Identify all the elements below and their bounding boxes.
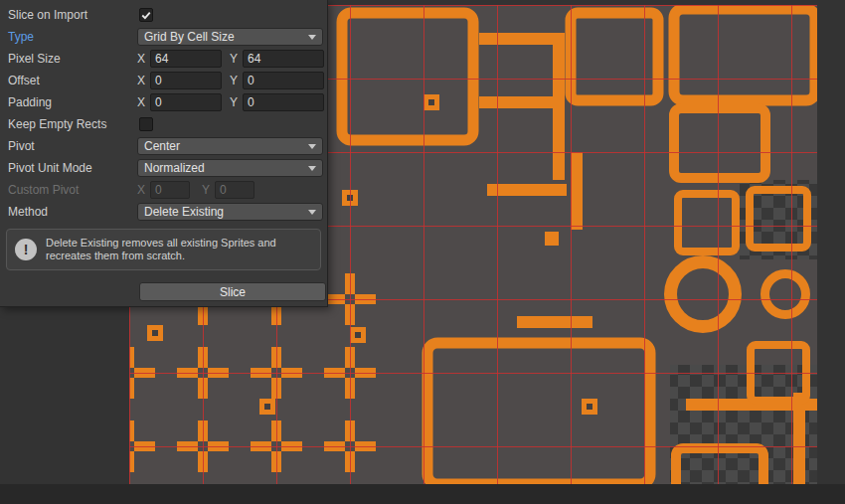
pivot-label: Pivot <box>8 139 137 153</box>
padding-label: Padding <box>8 95 137 109</box>
offset-y-input[interactable] <box>243 72 324 89</box>
pixel-size-x-input[interactable] <box>150 50 222 68</box>
slice-panel: Slice on Import Type Grid By Cell Size P… <box>0 0 328 307</box>
pivot-unit-mode-dropdown-value: Normalized <box>144 161 304 175</box>
pivot-unit-mode-dropdown[interactable]: Normalized <box>137 159 323 177</box>
offset-x-input[interactable] <box>150 72 222 89</box>
method-dropdown[interactable]: Delete Existing <box>137 203 323 221</box>
padding-y-input[interactable] <box>243 93 324 111</box>
pivot-unit-mode-label: Pivot Unit Mode <box>8 161 137 175</box>
help-text-line1: Delete Existing removes all existing Spr… <box>46 237 276 250</box>
padding-y-label: Y <box>230 95 238 109</box>
row-keep-empty-rects: Keep Empty Rects <box>0 113 327 135</box>
slice-on-import-label: Slice on Import <box>8 8 137 22</box>
custom-pivot-x-label: X <box>137 183 145 197</box>
slice-button[interactable]: Slice <box>139 282 326 301</box>
method-help-box: ! Delete Existing removes all existing S… <box>6 229 321 270</box>
row-custom-pivot: Custom Pivot X Y <box>0 179 327 201</box>
editor-bottom-strip <box>0 484 845 504</box>
row-method: Method Delete Existing <box>0 201 327 223</box>
pixel-size-label: Pixel Size <box>8 52 137 66</box>
info-icon: ! <box>15 239 37 260</box>
check-icon <box>141 11 151 20</box>
custom-pivot-y-label: Y <box>202 183 210 197</box>
offset-label: Offset <box>8 74 137 87</box>
method-label: Method <box>8 205 137 219</box>
help-text-line2: recreates them from scratch. <box>46 250 276 262</box>
type-label: Type <box>8 30 137 44</box>
type-dropdown[interactable]: Grid By Cell Size <box>137 28 323 46</box>
offset-y-label: Y <box>230 74 238 87</box>
pixel-size-x-label: X <box>137 52 145 66</box>
help-text: Delete Existing removes all existing Spr… <box>46 237 276 262</box>
row-pivot: Pivot Center <box>0 135 327 157</box>
pixel-size-y-input[interactable] <box>243 50 324 68</box>
row-type: Type Grid By Cell Size <box>0 26 327 48</box>
row-slice-on-import: Slice on Import <box>0 4 327 26</box>
pivot-dropdown[interactable]: Center <box>137 137 323 155</box>
padding-x-input[interactable] <box>150 93 222 111</box>
offset-x-label: X <box>137 74 145 87</box>
row-pivot-unit-mode: Pivot Unit Mode Normalized <box>0 157 327 179</box>
custom-pivot-y-input <box>215 181 254 199</box>
row-padding: Padding X Y <box>0 91 327 113</box>
sprite-editor-window: { "panel": { "slice_on_import": { "label… <box>0 0 845 504</box>
custom-pivot-x-input <box>150 181 190 199</box>
keep-empty-rects-label: Keep Empty Rects <box>8 117 137 131</box>
pixel-size-y-label: Y <box>230 52 238 66</box>
row-offset: Offset X Y <box>0 70 327 91</box>
chevron-down-icon <box>308 35 316 40</box>
slice-on-import-checkbox[interactable] <box>139 8 153 22</box>
custom-pivot-label: Custom Pivot <box>8 183 137 197</box>
pivot-dropdown-value: Center <box>144 139 304 153</box>
method-dropdown-value: Delete Existing <box>144 205 304 219</box>
chevron-down-icon <box>308 144 316 149</box>
padding-x-label: X <box>137 95 145 109</box>
type-dropdown-value: Grid By Cell Size <box>144 30 304 44</box>
chevron-down-icon <box>308 210 316 215</box>
chevron-down-icon <box>308 166 316 171</box>
keep-empty-rects-checkbox[interactable] <box>139 117 153 131</box>
row-pixel-size: Pixel Size X Y <box>0 48 327 70</box>
